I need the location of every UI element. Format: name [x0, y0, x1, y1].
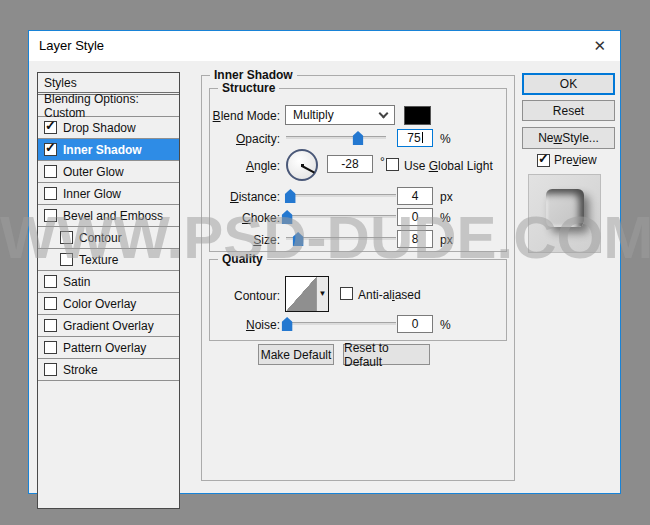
color-overlay-checkbox[interactable] [44, 297, 57, 310]
preview-checkbox[interactable]: ✓ [537, 154, 550, 167]
opacity-slider-thumb[interactable] [353, 131, 364, 145]
check-icon: ✓ [45, 141, 56, 155]
sidebar-item-label: Pattern Overlay [63, 341, 146, 355]
blend-mode-value: Multiply [293, 108, 334, 122]
angle-label: Angle: [204, 159, 280, 173]
sidebar-item-label: Satin [63, 275, 90, 289]
ok-button[interactable]: OK [522, 73, 615, 95]
close-icon[interactable]: ✕ [593, 37, 606, 55]
layer-style-dialog: Layer Style ✕ Styles Blending Options: C… [28, 30, 621, 494]
stroke-checkbox[interactable] [44, 363, 57, 376]
size-field[interactable]: 8 [397, 230, 433, 248]
inner-glow-checkbox[interactable] [44, 187, 57, 200]
sidebar-item-label: Texture [79, 253, 118, 267]
sidebar-item-label: Contour [79, 231, 122, 245]
size-label: Size: [204, 233, 280, 247]
structure-group: Structure Blend Mode: Multiply Opacity: … [209, 88, 507, 252]
chevron-down-icon [379, 109, 389, 119]
sidebar-item-label: Color Overlay [63, 297, 136, 311]
sidebar-item-label: Styles [44, 76, 77, 90]
reset-button[interactable]: Reset [522, 100, 615, 121]
sidebar-item-bevel-and-emboss[interactable]: Bevel and Emboss [38, 205, 179, 227]
use-global-light-checkbox[interactable] [386, 158, 399, 171]
sidebar-item-color-overlay[interactable]: Color Overlay [38, 293, 179, 315]
sidebar-filler [38, 381, 179, 508]
sidebar-item-gradient-overlay[interactable]: Gradient Overlay [38, 315, 179, 337]
sidebar-item-pattern-overlay[interactable]: Pattern Overlay [38, 337, 179, 359]
angle-field[interactable]: -28 [327, 155, 373, 173]
noise-field[interactable]: 0 [397, 315, 433, 333]
styles-list: Styles Blending Options: Custom ✓ Drop S… [37, 72, 180, 509]
opacity-slider[interactable] [286, 136, 386, 139]
contour-checkbox[interactable] [60, 231, 73, 244]
sidebar-item-stroke[interactable]: Stroke [38, 359, 179, 381]
sidebar-item-contour[interactable]: Contour [38, 227, 179, 249]
sidebar-item-inner-glow[interactable]: Inner Glow [38, 183, 179, 205]
distance-unit: px [440, 190, 453, 204]
text-caret [422, 132, 423, 143]
choke-slider-thumb[interactable] [282, 210, 293, 224]
satin-checkbox[interactable] [44, 275, 57, 288]
use-global-light-label: Use Global Light [404, 159, 493, 173]
preview-label: Preview [554, 153, 597, 167]
check-icon: ✓ [45, 119, 56, 133]
inner-shadow-checkbox[interactable]: ✓ [44, 143, 57, 156]
texture-checkbox[interactable] [60, 253, 73, 266]
shadow-color-swatch[interactable] [404, 106, 431, 125]
size-slider[interactable] [286, 237, 396, 240]
opacity-label: Opacity: [204, 132, 280, 146]
anti-aliased-checkbox[interactable] [340, 287, 353, 300]
contour-dropdown-arrow-icon[interactable]: ▼ [316, 277, 328, 311]
make-default-button[interactable]: Make Default [258, 344, 334, 365]
preview-shape [546, 189, 584, 227]
angle-center-dot [301, 164, 304, 167]
sidebar-item-inner-shadow[interactable]: ✓ Inner Shadow [38, 139, 179, 161]
outer-glow-checkbox[interactable] [44, 165, 57, 178]
size-unit: px [440, 233, 453, 247]
sidebar-item-drop-shadow[interactable]: ✓ Drop Shadow [38, 117, 179, 139]
angle-unit: ° [380, 155, 385, 169]
sidebar-item-texture[interactable]: Texture [38, 249, 179, 271]
sidebar-item-blending-options[interactable]: Blending Options: Custom [38, 95, 179, 117]
choke-slider[interactable] [286, 215, 396, 218]
drop-shadow-checkbox[interactable]: ✓ [44, 121, 57, 134]
title-bar: Layer Style ✕ [29, 31, 620, 61]
structure-legend: Structure [218, 81, 279, 95]
distance-field[interactable]: 4 [397, 187, 433, 205]
choke-unit: % [440, 211, 451, 225]
check-icon: ✓ [538, 152, 549, 166]
sidebar-item-outer-glow[interactable]: Outer Glow [38, 161, 179, 183]
quality-legend: Quality [218, 252, 267, 266]
sidebar-item-label: Blending Options: Custom [44, 92, 173, 120]
contour-picker[interactable]: ▼ [285, 276, 329, 312]
distance-slider[interactable] [286, 194, 396, 197]
reset-to-default-button[interactable]: Reset to Default [343, 344, 430, 365]
noise-unit: % [440, 318, 451, 332]
sidebar-item-satin[interactable]: Satin [38, 271, 179, 293]
distance-slider-thumb[interactable] [285, 189, 296, 203]
panel-title: Inner Shadow [210, 68, 297, 82]
choke-field[interactable]: 0 [397, 208, 433, 226]
blend-mode-label: Blend Mode: [204, 109, 280, 123]
style-preview-thumbnail [528, 174, 601, 253]
sidebar-item-label: Outer Glow [63, 165, 124, 179]
gradient-overlay-checkbox[interactable] [44, 319, 57, 332]
contour-thumbnail [286, 277, 316, 311]
opacity-field[interactable]: 75 [397, 129, 433, 147]
preview-toggle[interactable]: ✓ Preview [537, 153, 597, 167]
noise-label: Noise: [204, 318, 280, 332]
anti-aliased-label: Anti-aliased [358, 288, 421, 302]
new-style-button[interactable]: New Style... [522, 127, 615, 149]
pattern-overlay-checkbox[interactable] [44, 341, 57, 354]
blend-mode-dropdown[interactable]: Multiply [285, 105, 395, 125]
noise-slider-thumb[interactable] [282, 317, 293, 331]
sidebar-item-label: Inner Glow [63, 187, 121, 201]
size-slider-thumb[interactable] [293, 232, 304, 246]
sidebar-item-label: Gradient Overlay [63, 319, 154, 333]
choke-label: Choke: [204, 211, 280, 225]
sidebar-item-label: Bevel and Emboss [63, 209, 163, 223]
bevel-emboss-checkbox[interactable] [44, 209, 57, 222]
angle-dial[interactable] [286, 149, 318, 181]
noise-slider[interactable] [286, 322, 396, 325]
distance-label: Distance: [204, 190, 280, 204]
